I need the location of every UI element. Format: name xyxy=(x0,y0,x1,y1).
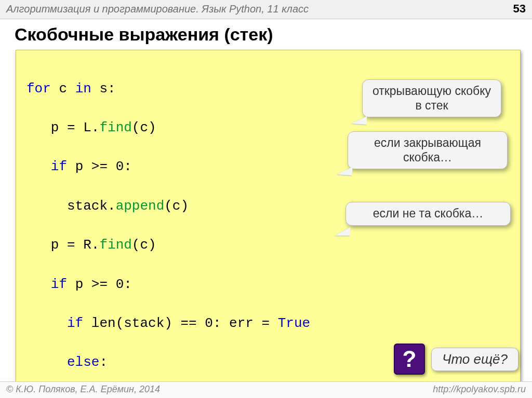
question-text-box: Что ещё? xyxy=(431,348,518,371)
fn-append: append xyxy=(116,198,165,214)
callout-text: если не та скобка… xyxy=(373,207,483,220)
callout-tail-icon xyxy=(337,167,352,175)
kw-if: if xyxy=(51,159,67,174)
fn-find: find xyxy=(99,120,131,135)
kw-if: if xyxy=(67,315,83,331)
callout-tail-icon xyxy=(351,116,367,125)
slide-title: Скобочные выражения (стек) xyxy=(15,24,532,45)
fn-find: find xyxy=(99,237,131,253)
header-bar: Алгоритмизация и программирование. Язык … xyxy=(0,0,532,19)
footer-bar: © К.Ю. Поляков, Е.А. Ерёмин, 2014 http:/… xyxy=(0,381,532,398)
question-mark-icon: ? xyxy=(394,344,425,375)
callout-close-bracket: если закрывающая скобка… xyxy=(348,131,508,169)
callout-open-bracket: открывающую скобку в стек xyxy=(362,79,501,117)
callout-tail-icon xyxy=(335,227,350,236)
question-row: ? Что ещё? xyxy=(394,344,518,375)
kw-else: else xyxy=(67,354,99,370)
question-text: Что ещё? xyxy=(442,351,508,367)
callout-text: открывающую скобку в стек xyxy=(373,84,491,112)
copyright-text: © К.Ю. Поляков, Е.А. Ерёмин, 2014 xyxy=(6,384,160,395)
kw-if: if xyxy=(51,277,67,292)
footer-url: http://kpolyakov.spb.ru xyxy=(433,384,526,395)
callout-wrong-bracket: если не та скобка… xyxy=(345,202,511,226)
const-true: True xyxy=(278,315,310,331)
callout-text: если закрывающая скобка… xyxy=(374,136,481,164)
header-subtitle: Алгоритмизация и программирование. Язык … xyxy=(6,3,309,15)
kw-in: in xyxy=(75,81,91,97)
kw-for: for xyxy=(26,81,51,97)
page-number: 53 xyxy=(513,2,526,16)
